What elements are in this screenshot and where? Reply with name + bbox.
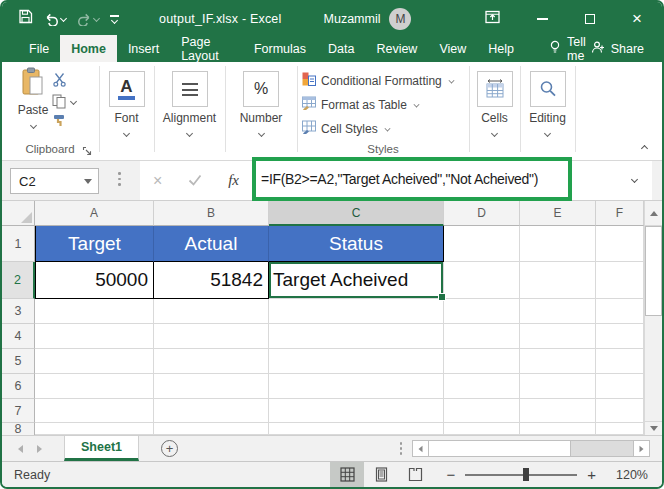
- cell[interactable]: [269, 299, 444, 324]
- column-header-f[interactable]: F: [596, 201, 644, 226]
- user-name[interactable]: Muzammil: [324, 12, 381, 26]
- cell[interactable]: [154, 299, 269, 324]
- paste-button[interactable]: Paste: [12, 67, 54, 131]
- clipboard-dialog-launcher-icon[interactable]: [82, 145, 92, 159]
- column-header-b[interactable]: B: [154, 201, 269, 226]
- sheet-tab-sheet1[interactable]: Sheet1: [64, 436, 139, 461]
- cell[interactable]: [444, 374, 520, 399]
- cell-e1[interactable]: [520, 226, 596, 262]
- tab-review[interactable]: Review: [365, 35, 428, 62]
- page-break-preview-button[interactable]: [398, 462, 432, 487]
- conditional-formatting-button[interactable]: Conditional Formatting: [302, 72, 454, 89]
- cell-f2[interactable]: [596, 262, 644, 299]
- cell[interactable]: [444, 399, 520, 423]
- row-header-2[interactable]: 2: [2, 262, 35, 299]
- cell[interactable]: [596, 374, 644, 399]
- cell[interactable]: [269, 374, 444, 399]
- cell[interactable]: [596, 399, 644, 423]
- cell[interactable]: [520, 399, 596, 423]
- font-group-button[interactable]: Font: [99, 71, 154, 139]
- close-button[interactable]: ×: [632, 10, 642, 27]
- collapse-ribbon-icon[interactable]: [641, 145, 648, 152]
- scroll-down-button[interactable]: [645, 421, 662, 435]
- copy-button[interactable]: [52, 94, 76, 109]
- format-painter-button[interactable]: [52, 113, 76, 131]
- cells-group-button[interactable]: Cells: [469, 71, 520, 139]
- scroll-right-button[interactable]: [633, 441, 649, 456]
- cell[interactable]: [35, 299, 154, 324]
- cut-button[interactable]: [52, 72, 76, 90]
- zoom-slider-thumb[interactable]: [523, 468, 529, 481]
- cell[interactable]: [596, 299, 644, 324]
- cell-d2[interactable]: [444, 262, 520, 299]
- paste-dropdown-icon[interactable]: [29, 122, 36, 129]
- cell[interactable]: [35, 399, 154, 423]
- cell[interactable]: [520, 324, 596, 349]
- cell[interactable]: [269, 423, 444, 435]
- zoom-in-button[interactable]: +: [587, 466, 596, 483]
- scroll-up-button[interactable]: [645, 201, 662, 226]
- select-all-corner[interactable]: [2, 201, 35, 226]
- vertical-scrollbar[interactable]: [644, 201, 662, 435]
- scroll-left-button[interactable]: [413, 441, 429, 456]
- avatar[interactable]: M: [389, 8, 411, 30]
- cell[interactable]: [35, 324, 154, 349]
- undo-button[interactable]: [44, 12, 66, 26]
- cell[interactable]: [269, 324, 444, 349]
- cell[interactable]: [520, 374, 596, 399]
- tab-home[interactable]: Home: [60, 35, 117, 62]
- cell[interactable]: [154, 399, 269, 423]
- formula-bar-separator-dots[interactable]: [118, 172, 121, 186]
- column-header-e[interactable]: E: [520, 201, 596, 226]
- row-header-4[interactable]: 4: [2, 324, 35, 349]
- cell[interactable]: [444, 423, 520, 435]
- editing-group-button[interactable]: Editing: [520, 71, 575, 139]
- name-box[interactable]: C2: [10, 168, 99, 194]
- normal-view-button[interactable]: [330, 462, 364, 487]
- cell[interactable]: [444, 324, 520, 349]
- cell-c1[interactable]: Status: [269, 226, 444, 262]
- tab-insert[interactable]: Insert: [117, 35, 170, 62]
- cell[interactable]: [520, 349, 596, 374]
- tab-bar-resize-handle[interactable]: [400, 442, 403, 455]
- vertical-scrollbar-thumb[interactable]: [645, 226, 662, 316]
- zoom-out-button[interactable]: −: [446, 466, 455, 483]
- cell-b1[interactable]: Actual: [154, 226, 269, 262]
- row-header-7[interactable]: 7: [2, 399, 35, 423]
- row-header-6[interactable]: 6: [2, 374, 35, 399]
- cell[interactable]: [596, 324, 644, 349]
- horizontal-scrollbar-thumb[interactable]: [429, 441, 571, 456]
- minimize-button[interactable]: [537, 18, 548, 20]
- cell[interactable]: [596, 349, 644, 374]
- cell[interactable]: [596, 423, 644, 435]
- alignment-group-button[interactable]: Alignment: [154, 71, 225, 139]
- cell[interactable]: [520, 423, 596, 435]
- number-group-button[interactable]: Number: [225, 71, 297, 139]
- cell-b2[interactable]: 51842: [154, 262, 269, 299]
- column-header-a[interactable]: A: [35, 201, 154, 226]
- cell[interactable]: [444, 299, 520, 324]
- cell[interactable]: [520, 299, 596, 324]
- row-header-1[interactable]: 1: [2, 226, 35, 262]
- page-layout-view-button[interactable]: [364, 462, 398, 487]
- cell[interactable]: [154, 423, 269, 435]
- cell[interactable]: [444, 349, 520, 374]
- cell[interactable]: [154, 374, 269, 399]
- row-header-3[interactable]: 3: [2, 299, 35, 324]
- cell-a2[interactable]: 50000: [35, 262, 154, 299]
- next-sheet-icon[interactable]: [37, 445, 42, 453]
- cell-a1[interactable]: Target: [35, 226, 154, 262]
- cell-f1[interactable]: [596, 226, 644, 262]
- tab-data[interactable]: Data: [317, 35, 365, 62]
- cell[interactable]: [35, 374, 154, 399]
- redo-button[interactable]: [77, 12, 99, 26]
- customize-quick-access-button[interactable]: [110, 15, 119, 23]
- cell[interactable]: [35, 349, 154, 374]
- zoom-level[interactable]: 120%: [596, 468, 648, 482]
- cell[interactable]: [35, 423, 154, 435]
- cancel-icon[interactable]: [153, 172, 162, 190]
- name-box-dropdown-icon[interactable]: [84, 179, 92, 184]
- maximize-button[interactable]: [585, 14, 595, 24]
- new-sheet-button[interactable]: [161, 440, 178, 457]
- cell-d1[interactable]: [444, 226, 520, 262]
